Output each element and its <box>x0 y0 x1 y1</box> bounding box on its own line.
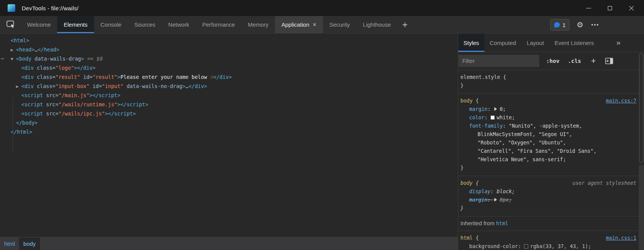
stylesheet-link[interactable]: main.css:7 <box>606 97 636 105</box>
tab-event-listeners[interactable]: Event Listeners <box>549 34 599 52</box>
styles-filter-input[interactable] <box>459 55 539 67</box>
tab-welcome[interactable]: Welcome <box>21 16 57 33</box>
property-value-wrap: "Roboto", "Oxygen", "Ubuntu", <box>460 139 620 147</box>
tab-security[interactable]: Security <box>323 16 356 33</box>
indent-guide <box>13 98 13 152</box>
maximize-button[interactable] <box>599 0 620 16</box>
tree-row[interactable]: </body> <box>0 118 458 127</box>
tab-elements[interactable]: Elements <box>57 16 94 33</box>
tree-row[interactable]: <div class="logo"></div> <box>0 63 458 72</box>
expand-triangle-icon[interactable] <box>494 107 497 111</box>
element-class-button[interactable]: .cls <box>568 58 581 64</box>
tree-row[interactable]: ▶<div class="input-box" id="input" data-… <box>0 82 458 91</box>
expand-arrow-icon[interactable]: ▶ <box>16 82 21 91</box>
code-attr: class= <box>34 74 56 80</box>
close-tab-icon[interactable]: × <box>313 22 316 28</box>
style-rule: body {user agent stylesheetdisplay: bloc… <box>458 176 639 216</box>
window-title: DevTools - file://wails/ <box>22 5 78 11</box>
expand-triangle-icon[interactable] <box>494 198 497 202</box>
code-attr: data-wails-no-drag <box>123 83 182 89</box>
settings-button[interactable]: ⚙ <box>577 20 583 29</box>
tree-row[interactable]: <div class="result" id="result">Please e… <box>0 72 458 82</box>
code-tag: </scr <box>120 101 136 107</box>
open-brace: { <box>500 74 506 80</box>
tree-row[interactable]: <html> <box>0 36 458 45</box>
expand-arrow-icon[interactable]: ▶ <box>11 45 16 54</box>
breadcrumb-html[interactable]: html <box>0 237 19 250</box>
tab-performance[interactable]: Performance <box>196 16 241 33</box>
new-style-rule-button[interactable]: + <box>591 56 596 66</box>
minimize-button[interactable] <box>578 0 599 16</box>
css-property[interactable]: background-color: rgba(33, 37, 43, 1); <box>460 242 620 250</box>
code-tag: <script <box>21 92 43 98</box>
expand-arrow-icon[interactable]: ▼ <box>11 54 16 64</box>
scrollbar-thumb[interactable] <box>639 53 644 163</box>
computed-sidebar-toggle-button[interactable] <box>605 58 613 64</box>
rule-selector[interactable]: html <box>460 235 473 241</box>
close-button[interactable] <box>620 0 642 16</box>
property-colon: : <box>503 123 509 129</box>
inherited-node-link[interactable]: html <box>496 221 508 226</box>
color-swatch[interactable] <box>524 244 528 248</box>
css-property[interactable]: margin: 8px; <box>460 196 620 204</box>
property-name: margin <box>469 197 487 203</box>
tree-row[interactable]: <script src="/wails/ipc.js"></script> <box>0 109 458 118</box>
inspect-element-button[interactable] <box>6 16 15 33</box>
rule-selector[interactable]: body <box>460 98 473 104</box>
closing-brace: } <box>460 204 620 213</box>
issues-badge[interactable]: 1 <box>550 19 569 30</box>
add-tab-button[interactable]: + <box>402 16 407 33</box>
pseudo-state-button[interactable]: :hov <box>546 58 559 64</box>
css-property[interactable]: margin: 0; <box>460 105 620 114</box>
rule-selector[interactable]: element.style <box>460 74 500 80</box>
node-more-icon[interactable]: ⋯ <box>1 54 4 63</box>
css-property[interactable]: font-family: "Nunito", -apple-system, <box>460 122 620 130</box>
close-icon <box>629 6 634 11</box>
property-value-wrap: BlinkMacSystemFont, "Segoe UI", <box>460 130 620 139</box>
tab-network[interactable]: Network <box>162 16 196 33</box>
tab-memory[interactable]: Memory <box>241 16 275 33</box>
tab-sources[interactable]: Sources <box>128 16 162 33</box>
tree-row[interactable]: <script src="/main.js"></script> <box>0 91 458 100</box>
rule-header: body {user agent stylesheet <box>460 179 620 188</box>
code-tag: <script <box>21 111 43 117</box>
tree-row[interactable]: </html> <box>0 127 458 136</box>
breadcrumb-body[interactable]: body <box>19 237 40 250</box>
code-tag: ipt> <box>108 92 121 98</box>
css-property[interactable]: color: white; <box>460 114 620 122</box>
property-colon: : <box>487 197 494 203</box>
closing-brace: } <box>460 164 620 172</box>
code-attr: class= <box>34 65 56 71</box>
rule-selector[interactable]: body <box>460 180 473 186</box>
css-property[interactable]: display: block; <box>460 188 620 196</box>
scrollbar-track[interactable] <box>639 165 644 250</box>
property-name: color <box>469 115 484 120</box>
sidebar-toggle-icon <box>605 58 613 64</box>
inspect-cursor-icon <box>6 21 15 29</box>
tab-computed[interactable]: Computed <box>484 34 521 52</box>
tab-application[interactable]: Application× <box>275 16 323 33</box>
tab-label: Security <box>329 21 350 28</box>
tab-layout[interactable]: Layout <box>521 34 549 52</box>
more-panels-button[interactable]: » <box>616 34 620 52</box>
code-val: "result" <box>93 74 117 80</box>
open-brace: { <box>473 235 479 241</box>
tree-row[interactable]: <script src="/wails/runtime.js"></script… <box>0 100 458 109</box>
tab-label: Lighthouse <box>363 21 391 28</box>
tree-row[interactable]: ⋯▼<body data-wails-drag> == $0 <box>0 54 458 63</box>
color-swatch[interactable] <box>491 115 495 120</box>
rule-header: html {main.css:1 <box>460 234 620 242</box>
tab-lighthouse[interactable]: Lighthouse <box>356 16 397 33</box>
devtools-main: <html>▶<head>…</head>⋯▼<body data-wails-… <box>0 34 644 250</box>
more-options-button[interactable] <box>594 24 596 26</box>
tab-console[interactable]: Console <box>94 16 128 33</box>
code-val: "/wails/ipc.js" <box>59 111 105 117</box>
code-attr: src= <box>43 101 59 107</box>
tab-styles[interactable]: Styles <box>458 34 484 52</box>
issues-bubble-icon <box>554 22 560 27</box>
tree-row[interactable]: ▶<head>…</head> <box>0 45 458 54</box>
stylesheet-link[interactable]: main.css:1 <box>606 234 636 242</box>
property-name: background-color <box>469 244 518 249</box>
code-tag: > <box>182 83 185 89</box>
tab-label: Sources <box>134 21 155 28</box>
